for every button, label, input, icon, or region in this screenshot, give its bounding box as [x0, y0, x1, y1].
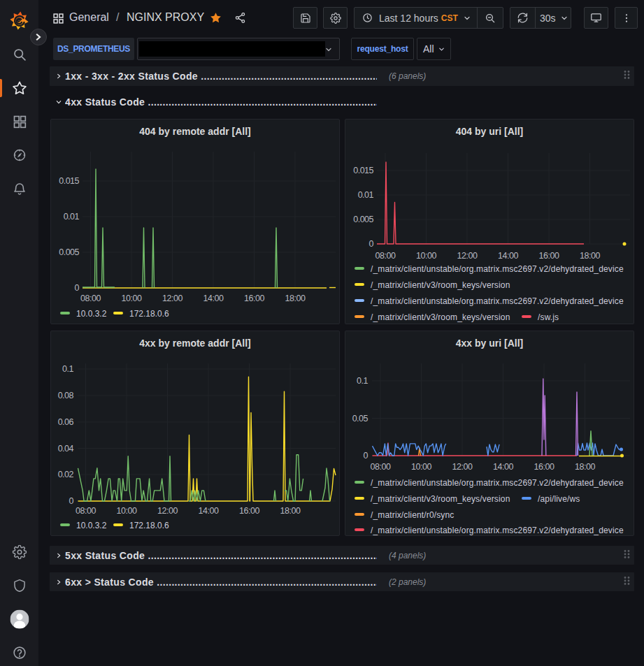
svg-text:16:00: 16:00 [244, 294, 264, 303]
svg-text:172.18.0.6: 172.18.0.6 [129, 309, 169, 319]
svg-text:0.015: 0.015 [353, 166, 373, 175]
svg-text:08:00: 08:00 [371, 462, 391, 472]
svg-text:0.04: 0.04 [58, 444, 74, 454]
svg-text:10.0.3.2: 10.0.3.2 [76, 521, 107, 530]
svg-text:0: 0 [69, 496, 74, 506]
svg-text:14:00: 14:00 [493, 462, 513, 472]
svg-text:/_matrix/client/v3/room_keys/v: /_matrix/client/v3/room_keys/version [371, 494, 510, 504]
svg-text:/_matrix/client/unstable/org.m: /_matrix/client/unstable/org.matrix.msc2… [371, 526, 624, 535]
svg-text:14:00: 14:00 [199, 506, 219, 516]
svg-text:18:00: 18:00 [575, 462, 595, 472]
svg-text:12:00: 12:00 [162, 294, 183, 303]
svg-text:12:00: 12:00 [457, 251, 478, 261]
svg-text:18:00: 18:00 [280, 506, 301, 516]
svg-text:0.06: 0.06 [58, 417, 74, 427]
svg-text:0.01: 0.01 [358, 190, 374, 200]
svg-text:404 by uri [All]: 404 by uri [All] [456, 126, 523, 137]
svg-text:0.005: 0.005 [59, 247, 79, 257]
svg-text:0: 0 [364, 451, 368, 461]
svg-text:10:00: 10:00 [411, 462, 431, 472]
svg-text:0: 0 [75, 283, 80, 293]
svg-text:/_matrix/client/unstable/org.m: /_matrix/client/unstable/org.matrix.msc2… [371, 264, 624, 274]
svg-text:12:00: 12:00 [157, 506, 178, 516]
svg-text:404 by remote addr [All]: 404 by remote addr [All] [139, 126, 251, 137]
svg-text:14:00: 14:00 [498, 251, 518, 261]
svg-text:/_matrix/client/v3/room_keys/v: /_matrix/client/v3/room_keys/version [371, 280, 510, 290]
svg-text:14:00: 14:00 [203, 294, 224, 303]
svg-text:0.005: 0.005 [353, 215, 373, 224]
svg-text:0.015: 0.015 [59, 176, 79, 186]
svg-text:0.05: 0.05 [352, 414, 368, 424]
svg-text:10:00: 10:00 [122, 294, 142, 303]
svg-text:/api/live/ws: /api/live/ws [538, 494, 580, 504]
svg-text:/_matrix/client/unstable/org.m: /_matrix/client/unstable/org.matrix.msc2… [371, 296, 624, 306]
svg-text:10:00: 10:00 [117, 506, 137, 516]
svg-text:08:00: 08:00 [80, 294, 101, 303]
svg-text:10:00: 10:00 [416, 251, 436, 261]
svg-text:4xx by remote addr [All]: 4xx by remote addr [All] [139, 338, 251, 349]
svg-text:0.1: 0.1 [62, 364, 73, 374]
svg-text:/_matrix/client/v3/room_keys/v: /_matrix/client/v3/room_keys/version [371, 312, 510, 322]
svg-text:/sw.js: /sw.js [538, 312, 559, 322]
svg-text:16:00: 16:00 [534, 462, 554, 472]
svg-text:18:00: 18:00 [285, 294, 306, 303]
svg-text:4xx by uri [All]: 4xx by uri [All] [456, 338, 523, 349]
svg-text:172.18.0.6: 172.18.0.6 [129, 521, 169, 530]
svg-text:08:00: 08:00 [375, 251, 396, 261]
svg-text:0.01: 0.01 [64, 212, 80, 222]
svg-text:/_matrix/client/r0/sync: /_matrix/client/r0/sync [371, 510, 454, 520]
svg-text:0.1: 0.1 [357, 376, 368, 386]
svg-text:16:00: 16:00 [239, 506, 259, 516]
svg-text:0: 0 [369, 239, 374, 249]
svg-text:10.0.3.2: 10.0.3.2 [76, 309, 107, 319]
svg-text:08:00: 08:00 [76, 506, 96, 516]
svg-text:0.02: 0.02 [58, 470, 74, 479]
svg-text:18:00: 18:00 [580, 251, 600, 261]
svg-text:16:00: 16:00 [539, 251, 559, 261]
svg-text:12:00: 12:00 [452, 462, 473, 472]
svg-text:0.08: 0.08 [58, 391, 74, 400]
svg-text:/_matrix/client/unstable/org.m: /_matrix/client/unstable/org.matrix.msc2… [371, 478, 624, 488]
